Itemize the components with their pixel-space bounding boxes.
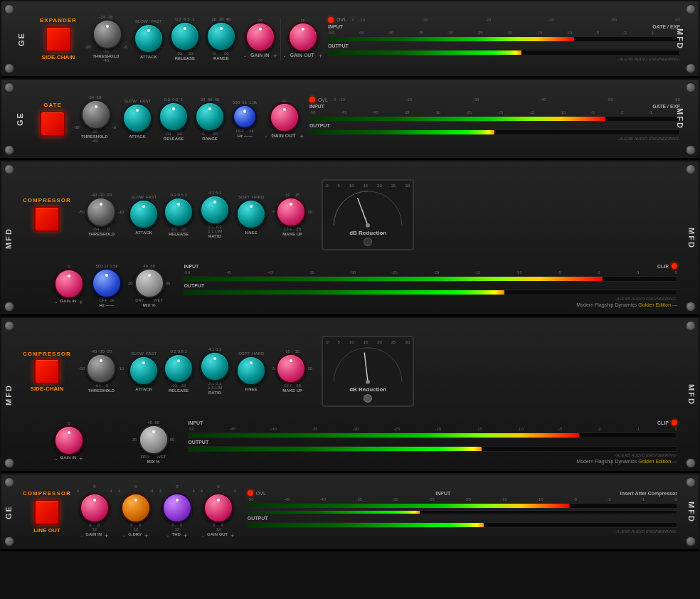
gain-out-minus-ru1[interactable]: - (284, 53, 286, 60)
screw-bl-ru5 (4, 536, 14, 546)
attack-knob-ru4[interactable] (129, 356, 159, 386)
gain-out-plus-ru1[interactable]: + (319, 53, 322, 60)
gain-out-label-ru2: GAIN OUT (271, 133, 295, 140)
gain-out-section-ru1: cc - GAIN OUT + (284, 18, 323, 60)
gain-in-minus-ru3[interactable]: - (55, 299, 58, 306)
power-button-ru1[interactable] (46, 26, 71, 52)
gain-in-minus-ru5[interactable]: - (80, 532, 83, 539)
gdrv-plus-ru5[interactable]: + (144, 532, 148, 539)
release-knob-ru4[interactable] (164, 354, 193, 383)
gain-out-plus-ru5[interactable]: + (230, 532, 234, 539)
release-knob-ru1[interactable] (170, 21, 200, 51)
range-knob-ru2[interactable] (195, 102, 225, 132)
ratio-knob-ru3[interactable] (200, 195, 230, 225)
freq-knob-ru2[interactable] (233, 105, 257, 129)
svg-line-2 (364, 352, 368, 381)
power-button-ru4[interactable] (34, 359, 60, 384)
knee-knob-ru4[interactable] (236, 356, 266, 386)
gdrv-knob-ru5[interactable] (121, 493, 151, 523)
output-meter-ru4 (188, 446, 677, 452)
output-meter-ru1 (328, 50, 680, 55)
gain-in-knob-ru1[interactable] (245, 22, 275, 52)
thd-plus-ru5[interactable]: + (184, 532, 187, 539)
power-button-ru5[interactable] (34, 499, 60, 525)
attack-knob-ru3[interactable] (129, 199, 159, 229)
brand-ru3: -ALEXB AUDIO ENGINEERING- (184, 297, 677, 301)
makeup-knob-ru4[interactable] (276, 354, 306, 383)
screw-tl-ru5 (4, 477, 14, 487)
attack-label-ru4: ATTACK (135, 387, 152, 391)
release-knob-ru3[interactable] (164, 197, 193, 227)
ratio-label-ru3: RATIO (208, 234, 221, 238)
gain-in-section-ru1: cc - GAIN IN + (244, 18, 277, 60)
side-label-left-ru3: MFD (4, 228, 13, 249)
gain-in-knob-ru3[interactable] (54, 269, 84, 299)
screw-tl-ru3 (4, 164, 14, 174)
gain-out-knob-ru2[interactable] (270, 102, 299, 132)
threshold-knob-ru3[interactable] (86, 197, 116, 227)
sub-label-ru5: LINE OUT (33, 527, 60, 534)
mix-knob-ru3[interactable] (134, 268, 164, 298)
gain-out-plus-ru2[interactable]: + (300, 133, 304, 140)
freq-container-row2-ru3: 500 1k 1.5k OFF 2k Hz —— (92, 264, 122, 307)
gain-out-minus-ru5[interactable]: - (202, 532, 204, 539)
threshold-scale-bot: -36 (103, 49, 110, 53)
screw-bl-ru2 (4, 145, 14, 155)
output-meter-ru3 (184, 290, 677, 295)
rack-unit-gate: GE GATE -24 -18 -30 -6 -36 THRESHOLD -43… (0, 78, 700, 160)
gain-in-plus-ru4[interactable]: + (79, 455, 83, 462)
gain-in-plus-ru1[interactable]: + (273, 53, 277, 60)
makeup-container-ru4: 10 15 5 20 OFF 25 MAKE UP (272, 349, 312, 393)
side-label-left-ru5: GE (4, 505, 13, 519)
gain-in-minus-ru1[interactable]: - (244, 53, 246, 60)
screw-tl-ru4 (4, 321, 14, 331)
clip-led-ru3 (672, 263, 677, 269)
release-knob-ru2[interactable] (159, 102, 189, 132)
gain-in-knob-ru5[interactable] (80, 493, 110, 523)
threshold-container-ru3: -40 -30 -20 -50 -10 -64 0 THRESHOLD (79, 193, 124, 236)
attack-knob-ru1[interactable] (134, 23, 164, 53)
attack-knob-ru2[interactable] (122, 103, 152, 133)
release-label-ru1: RELEASE (175, 56, 195, 60)
clip-led-ru4 (672, 420, 677, 425)
gdrv-minus-ru5[interactable]: - (123, 532, 125, 539)
input-meter-ru1 (328, 36, 680, 42)
thd-knob-ru5[interactable] (162, 493, 192, 523)
svg-line-0 (358, 198, 368, 225)
gain-in-plus-ru5[interactable]: + (105, 532, 108, 539)
gain-out-knob-ru5[interactable] (203, 493, 233, 523)
thd-minus-ru5[interactable]: - (166, 532, 169, 539)
threshold-knob-ru4[interactable] (86, 354, 116, 383)
input-meter-ru4 (188, 433, 677, 438)
screw-tr-ru4 (686, 321, 696, 331)
threshold-label-ru3: THRESHOLD (88, 232, 115, 236)
gain-in-plus-ru3[interactable]: + (79, 299, 83, 306)
knee-label-ru3: KNEE (245, 230, 258, 235)
threshold-knob-ru1[interactable] (92, 19, 122, 49)
vu-button-ru3[interactable] (364, 238, 372, 246)
knee-knob-ru3[interactable] (236, 199, 266, 229)
release-label-ru3: RELEASE (169, 232, 189, 236)
knob-container-release-ru2: 0.2 0.5 1 .03 3S RELEASE (159, 97, 189, 141)
input-label-ru2: INPUT (309, 104, 324, 109)
side-label-left-ru2: GE (16, 112, 24, 126)
range-knob-ru1[interactable] (206, 21, 236, 51)
gain-out-minus-ru2[interactable]: - (265, 133, 267, 140)
makeup-knob-ru3[interactable] (276, 197, 306, 227)
brand-ru4: -ALEXB AUDIO ENGINEERING- (188, 453, 677, 457)
screw-tr-ru5 (686, 477, 696, 487)
vu-button-ru4[interactable] (364, 394, 372, 403)
gain-in-minus-ru4[interactable]: - (55, 455, 58, 462)
gain-in-knob-ru4[interactable] (54, 425, 84, 455)
mix-knob-ru4[interactable] (139, 425, 169, 455)
rack-unit-compressor-sc: MFD COMPRESSOR SIDE-CHAIN -40 -30 -20 -5… (0, 317, 700, 473)
side-label-right-ru3: MFD (687, 228, 696, 249)
gain-out-knob-ru1[interactable] (288, 22, 318, 52)
power-button-ru2[interactable] (40, 111, 65, 137)
screw-tl (4, 4, 14, 14)
ratio-knob-ru4[interactable] (200, 351, 230, 381)
power-button-ru3[interactable] (34, 206, 60, 232)
sub-label-ru1: SIDE-CHAIN (42, 54, 75, 60)
threshold-knob-ru2[interactable] (81, 100, 111, 129)
freq-knob-row2-ru3[interactable] (92, 268, 122, 298)
